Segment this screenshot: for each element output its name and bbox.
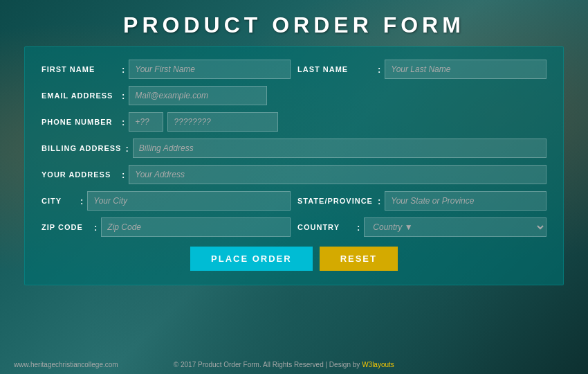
row-billing: BILLING ADDRESS : [42,139,546,158]
label-billing: BILLING ADDRESS [42,144,121,152]
buttons-row: PLACE ORDER RESET [42,247,546,271]
group-last-name: LAST NAME : [297,60,546,79]
row-email: EMAIL ADDRESS : [42,86,546,105]
main-container: PRODUCT ORDER FORM FIRST NAME : LAST NAM… [0,0,588,374]
sep-last-name: : [378,64,380,75]
sep-email: : [122,91,125,101]
sep-city: : [80,196,83,206]
input-email[interactable] [129,86,267,105]
group-state: STATE/PROVINCE : [297,191,546,211]
input-your-address[interactable] [129,165,546,184]
group-address: YOUR ADDRESS : [42,165,546,184]
input-zip-code[interactable] [101,217,291,237]
input-state[interactable] [385,191,546,211]
group-country: COUNTRY : Country ▼ United States United… [297,217,546,237]
input-first-name[interactable] [129,60,291,79]
sep-country: : [357,222,360,233]
row-address: YOUR ADDRESS : [42,165,546,184]
sep-first-name: : [122,64,125,75]
reset-button[interactable]: RESET [320,247,398,271]
row-phone: PHONE NUMBER : [42,112,546,132]
label-city: CITY [42,197,76,205]
group-phone: PHONE NUMBER : [42,112,546,132]
input-phone-code[interactable] [129,112,163,132]
label-zip: ZIP CODE [42,223,90,231]
page-title: PRODUCT ORDER FORM [123,0,465,46]
group-first-name: FIRST NAME : [42,60,291,79]
place-order-button[interactable]: PLACE ORDER [190,247,313,271]
sep-phone: : [122,117,125,127]
sep-billing: : [125,143,128,154]
input-billing-address[interactable] [133,139,546,158]
form-container: FIRST NAME : LAST NAME : EMAIL ADDRESS :… [24,46,564,285]
sep-address: : [122,170,125,180]
sep-zip: : [94,222,97,233]
group-zip: ZIP CODE : [42,217,291,237]
sep-state: : [378,196,380,206]
label-last-name: LAST NAME [297,65,374,73]
row-name: FIRST NAME : LAST NAME : [42,60,546,79]
input-last-name[interactable] [385,60,546,79]
group-billing: BILLING ADDRESS : [42,139,546,158]
label-state: STATE/PROVINCE [297,197,374,205]
group-email: EMAIL ADDRESS : [42,86,546,105]
row-city-state: CITY : STATE/PROVINCE : [42,191,546,211]
input-city[interactable] [87,191,291,211]
label-country: COUNTRY [297,223,353,231]
row-zip-country: ZIP CODE : COUNTRY : Country ▼ United St… [42,217,546,237]
label-first-name: FIRST NAME [42,65,118,73]
select-country[interactable]: Country ▼ United States United Kingdom C… [364,217,546,237]
label-phone: PHONE NUMBER [42,118,118,126]
input-phone-number[interactable] [167,112,278,132]
label-address: YOUR ADDRESS [42,170,118,179]
group-city: CITY : [42,191,291,211]
label-email: EMAIL ADDRESS [42,91,118,100]
